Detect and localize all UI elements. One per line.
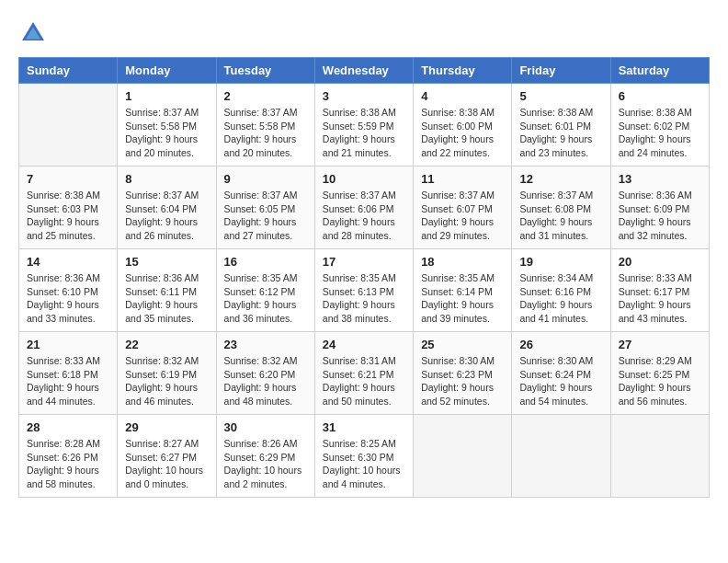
logo-icon bbox=[18, 18, 48, 48]
day-info: Sunrise: 8:37 AMSunset: 6:08 PMDaylight:… bbox=[519, 189, 602, 243]
day-header-saturday: Saturday bbox=[610, 58, 709, 84]
calendar-day: 12Sunrise: 8:37 AMSunset: 6:08 PMDayligh… bbox=[512, 167, 610, 249]
day-number: 25 bbox=[421, 338, 504, 351]
day-number: 2 bbox=[224, 89, 307, 103]
day-number: 15 bbox=[125, 255, 208, 269]
day-number: 5 bbox=[519, 89, 602, 103]
day-number: 10 bbox=[323, 172, 405, 186]
day-header-monday: Monday bbox=[118, 58, 216, 84]
calendar-day bbox=[414, 415, 512, 498]
day-info: Sunrise: 8:38 AMSunset: 6:02 PMDaylight:… bbox=[619, 106, 701, 160]
calendar-day: 7Sunrise: 8:38 AMSunset: 6:03 PMDaylight… bbox=[19, 167, 118, 249]
logo bbox=[18, 18, 51, 48]
page-header bbox=[18, 18, 710, 48]
day-info: Sunrise: 8:32 AMSunset: 6:20 PMDaylight:… bbox=[224, 354, 307, 408]
calendar-day: 27Sunrise: 8:29 AMSunset: 6:25 PMDayligh… bbox=[610, 332, 709, 415]
day-number: 12 bbox=[519, 172, 602, 186]
day-header-friday: Friday bbox=[512, 58, 610, 84]
day-info: Sunrise: 8:31 AMSunset: 6:21 PMDaylight:… bbox=[323, 354, 405, 408]
calendar-day: 16Sunrise: 8:35 AMSunset: 6:12 PMDayligh… bbox=[216, 249, 314, 332]
calendar-day: 13Sunrise: 8:36 AMSunset: 6:09 PMDayligh… bbox=[610, 167, 709, 249]
day-info: Sunrise: 8:32 AMSunset: 6:19 PMDaylight:… bbox=[125, 354, 208, 408]
day-info: Sunrise: 8:38 AMSunset: 6:03 PMDaylight:… bbox=[27, 189, 109, 243]
day-number: 23 bbox=[224, 338, 307, 351]
day-number: 7 bbox=[27, 172, 109, 186]
day-info: Sunrise: 8:37 AMSunset: 6:06 PMDaylight:… bbox=[323, 189, 405, 243]
calendar-day bbox=[512, 415, 610, 498]
day-number: 30 bbox=[224, 420, 307, 434]
day-number: 24 bbox=[323, 338, 405, 351]
day-number: 28 bbox=[27, 420, 109, 434]
day-number: 27 bbox=[619, 338, 701, 351]
day-header-tuesday: Tuesday bbox=[216, 58, 314, 84]
day-info: Sunrise: 8:35 AMSunset: 6:13 PMDaylight:… bbox=[323, 271, 405, 326]
calendar-day: 15Sunrise: 8:36 AMSunset: 6:11 PMDayligh… bbox=[118, 249, 216, 332]
day-info: Sunrise: 8:37 AMSunset: 5:58 PMDaylight:… bbox=[125, 106, 208, 160]
calendar-day: 24Sunrise: 8:31 AMSunset: 6:21 PMDayligh… bbox=[314, 332, 413, 415]
day-info: Sunrise: 8:38 AMSunset: 5:59 PMDaylight:… bbox=[323, 106, 405, 160]
day-info: Sunrise: 8:33 AMSunset: 6:17 PMDaylight:… bbox=[619, 271, 701, 326]
calendar-day: 23Sunrise: 8:32 AMSunset: 6:20 PMDayligh… bbox=[216, 332, 314, 415]
calendar-day: 3Sunrise: 8:38 AMSunset: 5:59 PMDaylight… bbox=[314, 84, 413, 167]
calendar-day: 28Sunrise: 8:28 AMSunset: 6:26 PMDayligh… bbox=[19, 415, 118, 498]
day-info: Sunrise: 8:37 AMSunset: 6:04 PMDaylight:… bbox=[125, 189, 208, 243]
calendar-day: 25Sunrise: 8:30 AMSunset: 6:23 PMDayligh… bbox=[414, 332, 512, 415]
day-info: Sunrise: 8:30 AMSunset: 6:24 PMDaylight:… bbox=[519, 354, 602, 408]
day-info: Sunrise: 8:29 AMSunset: 6:25 PMDaylight:… bbox=[619, 354, 701, 408]
day-number: 1 bbox=[125, 89, 208, 103]
calendar-day: 20Sunrise: 8:33 AMSunset: 6:17 PMDayligh… bbox=[610, 249, 709, 332]
day-info: Sunrise: 8:25 AMSunset: 6:30 PMDaylight:… bbox=[323, 437, 405, 491]
calendar-day: 10Sunrise: 8:37 AMSunset: 6:06 PMDayligh… bbox=[314, 167, 413, 249]
day-number: 29 bbox=[125, 420, 208, 434]
day-info: Sunrise: 8:27 AMSunset: 6:27 PMDaylight:… bbox=[125, 437, 208, 491]
calendar-day: 8Sunrise: 8:37 AMSunset: 6:04 PMDaylight… bbox=[118, 167, 216, 249]
calendar-day: 9Sunrise: 8:37 AMSunset: 6:05 PMDaylight… bbox=[216, 167, 314, 249]
day-number: 14 bbox=[27, 255, 109, 269]
day-number: 6 bbox=[619, 89, 701, 103]
calendar-day: 1Sunrise: 8:37 AMSunset: 5:58 PMDaylight… bbox=[118, 84, 216, 167]
calendar-day bbox=[19, 84, 118, 167]
calendar-day: 18Sunrise: 8:35 AMSunset: 6:14 PMDayligh… bbox=[414, 249, 512, 332]
calendar-day bbox=[610, 415, 709, 498]
day-number: 18 bbox=[421, 255, 504, 269]
day-header-sunday: Sunday bbox=[19, 58, 118, 84]
day-info: Sunrise: 8:36 AMSunset: 6:09 PMDaylight:… bbox=[619, 189, 701, 243]
day-number: 8 bbox=[125, 172, 208, 186]
calendar-week-5: 28Sunrise: 8:28 AMSunset: 6:26 PMDayligh… bbox=[19, 415, 710, 498]
day-number: 17 bbox=[323, 255, 405, 269]
day-number: 16 bbox=[224, 255, 307, 269]
day-info: Sunrise: 8:38 AMSunset: 6:01 PMDaylight:… bbox=[519, 106, 602, 160]
calendar-day: 5Sunrise: 8:38 AMSunset: 6:01 PMDaylight… bbox=[512, 84, 610, 167]
day-number: 9 bbox=[224, 172, 307, 186]
calendar-day: 21Sunrise: 8:33 AMSunset: 6:18 PMDayligh… bbox=[19, 332, 118, 415]
day-number: 13 bbox=[619, 172, 701, 186]
day-info: Sunrise: 8:34 AMSunset: 6:16 PMDaylight:… bbox=[519, 271, 602, 326]
calendar-week-3: 14Sunrise: 8:36 AMSunset: 6:10 PMDayligh… bbox=[19, 249, 710, 332]
calendar-day: 19Sunrise: 8:34 AMSunset: 6:16 PMDayligh… bbox=[512, 249, 610, 332]
calendar-day: 31Sunrise: 8:25 AMSunset: 6:30 PMDayligh… bbox=[314, 415, 413, 498]
calendar-week-1: 1Sunrise: 8:37 AMSunset: 5:58 PMDaylight… bbox=[19, 84, 710, 167]
calendar-day: 30Sunrise: 8:26 AMSunset: 6:29 PMDayligh… bbox=[216, 415, 314, 498]
day-info: Sunrise: 8:30 AMSunset: 6:23 PMDaylight:… bbox=[421, 354, 504, 408]
calendar-day: 2Sunrise: 8:37 AMSunset: 5:58 PMDaylight… bbox=[216, 84, 314, 167]
calendar-day: 22Sunrise: 8:32 AMSunset: 6:19 PMDayligh… bbox=[118, 332, 216, 415]
day-number: 4 bbox=[421, 89, 504, 103]
day-number: 3 bbox=[323, 89, 405, 103]
day-info: Sunrise: 8:33 AMSunset: 6:18 PMDaylight:… bbox=[27, 354, 109, 408]
calendar-week-4: 21Sunrise: 8:33 AMSunset: 6:18 PMDayligh… bbox=[19, 332, 710, 415]
day-info: Sunrise: 8:35 AMSunset: 6:12 PMDaylight:… bbox=[224, 271, 307, 326]
day-info: Sunrise: 8:26 AMSunset: 6:29 PMDaylight:… bbox=[224, 437, 307, 491]
calendar-day: 11Sunrise: 8:37 AMSunset: 6:07 PMDayligh… bbox=[414, 167, 512, 249]
calendar-table: SundayMondayTuesdayWednesdayThursdayFrid… bbox=[18, 57, 710, 498]
calendar-day: 29Sunrise: 8:27 AMSunset: 6:27 PMDayligh… bbox=[118, 415, 216, 498]
day-header-wednesday: Wednesday bbox=[314, 58, 413, 84]
calendar-week-2: 7Sunrise: 8:38 AMSunset: 6:03 PMDaylight… bbox=[19, 167, 710, 249]
day-info: Sunrise: 8:36 AMSunset: 6:10 PMDaylight:… bbox=[27, 271, 109, 326]
calendar-day: 6Sunrise: 8:38 AMSunset: 6:02 PMDaylight… bbox=[610, 84, 709, 167]
day-number: 20 bbox=[619, 255, 701, 269]
day-info: Sunrise: 8:37 AMSunset: 5:58 PMDaylight:… bbox=[224, 106, 307, 160]
day-number: 21 bbox=[27, 338, 109, 351]
day-info: Sunrise: 8:28 AMSunset: 6:26 PMDaylight:… bbox=[27, 437, 109, 491]
day-number: 26 bbox=[519, 338, 602, 351]
day-info: Sunrise: 8:37 AMSunset: 6:05 PMDaylight:… bbox=[224, 189, 307, 243]
